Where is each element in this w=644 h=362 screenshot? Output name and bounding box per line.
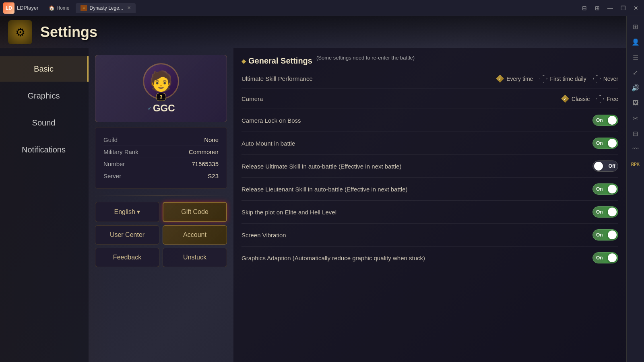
btn-english[interactable]: English ▾ — [95, 202, 159, 222]
player-panel: 🧑 3 ♂ GGC Guild None Military Rank Commo… — [89, 48, 233, 362]
guild-label: Guild — [103, 136, 118, 143]
setting-label-screen_vibration: Screen Vibration — [242, 231, 592, 239]
check-empty-first_time_daily — [539, 75, 547, 83]
toolbar-expand-btn[interactable]: ⤢ — [628, 65, 643, 80]
settings-gear-icon: ⚙ — [15, 26, 25, 39]
toolbar-person-btn[interactable]: 👤 — [628, 35, 643, 49]
sidebar-basic-label: Basic — [34, 64, 54, 73]
content-panel: Basic Graphics Sound Notifications 🧑 3 — [0, 48, 626, 362]
sidebar-item-basic[interactable]: Basic — [0, 56, 89, 82]
settings-icon: ⚙ — [8, 20, 32, 44]
title-diamond: ◆ — [242, 58, 246, 64]
option-label-classic: Classic — [572, 96, 590, 102]
setting-label-camera_lock: Camera Lock on Boss — [242, 116, 592, 125]
option-first_time_daily[interactable]: First time daily — [539, 75, 586, 83]
right-toolbar: ⊞ 👤 ☰ ⤢ 🔊 🖼 ✂ ⊟ 〰 RPK — [626, 16, 644, 362]
section-title: ◆ General Settings (Some settings need t… — [242, 55, 618, 67]
btn-feedback[interactable]: Feedback — [95, 248, 159, 267]
military-label: Military Rank — [103, 148, 138, 155]
toggle-release_ultimate[interactable]: Off — [592, 160, 618, 172]
toggle-skip_plot[interactable]: On — [592, 206, 618, 218]
option-every_time[interactable]: Every time — [496, 75, 533, 83]
gender-badge: ♂ — [147, 105, 151, 111]
toolbar-wave-btn[interactable]: 〰 — [628, 142, 643, 156]
option-free[interactable]: Free — [596, 95, 618, 103]
tab-game[interactable]: ⚔ Dynasty Lege... ✕ — [76, 3, 135, 13]
unstuck-label: Unstuck — [183, 254, 206, 261]
taskbar-btn[interactable]: ⊟ — [580, 3, 589, 13]
sort-btn[interactable]: ⊞ — [592, 3, 602, 13]
setting-label-ultimate_skill: Ultimate Skill Performance — [242, 74, 496, 83]
sidebar-notifications-label: Notifications — [22, 145, 66, 154]
app-name: LDPlayer — [17, 5, 38, 11]
toggle-camera_lock[interactable]: On — [592, 115, 618, 126]
avatar-card: 🧑 3 ♂ GGC — [95, 55, 227, 122]
toolbar-grid-btn[interactable]: ⊞ — [628, 19, 643, 34]
setting-label-release_lieutenant: Release Lieutenant Skill in auto-battle … — [242, 185, 592, 193]
check-empty-never — [593, 75, 601, 83]
toolbar-menu-btn[interactable]: ☰ — [628, 50, 643, 64]
btn-account[interactable]: Account — [163, 225, 227, 245]
option-label-never: Never — [603, 76, 618, 82]
general-settings-title: General Settings — [248, 56, 312, 66]
setting-row-graphics_adaption: Graphics Adaption (Automatically reduce … — [242, 247, 618, 269]
option-never[interactable]: Never — [593, 75, 618, 83]
tab-game-icon: ⚔ — [80, 5, 87, 11]
english-label: English ▾ — [114, 208, 140, 215]
option-label-first_time_daily: First time daily — [550, 76, 586, 82]
page-title: Settings — [40, 24, 97, 41]
btn-usercenter[interactable]: User Center — [95, 225, 159, 245]
toggle-release_lieutenant[interactable]: On — [592, 183, 618, 195]
sidebar-item-graphics[interactable]: Graphics — [0, 83, 89, 109]
minimize-btn[interactable]: — — [605, 3, 615, 13]
toggle-knob-release_ultimate — [594, 162, 603, 171]
toolbar-scissors-btn[interactable]: ✂ — [628, 111, 643, 125]
close-btn[interactable]: ✕ — [631, 3, 641, 13]
setting-label-skip_plot: Skip the plot on Elite and Hell Level — [242, 208, 592, 216]
toolbar-table-btn[interactable]: ⊟ — [628, 126, 643, 141]
restore-btn[interactable]: ❐ — [618, 3, 628, 13]
stat-military: Military Rank Commoner — [103, 146, 219, 158]
sidebar-graphics-label: Graphics — [27, 91, 60, 100]
options-camera: ClassicFree — [561, 95, 618, 103]
toggle-label-release_lieutenant: On — [596, 186, 603, 192]
toggle-screen_vibration[interactable]: On — [592, 229, 618, 241]
player-stats: Guild None Military Rank Commoner Number… — [95, 127, 227, 189]
tab-home[interactable]: 🏠 Home — [45, 4, 73, 12]
setting-row-auto_mount: Auto Mount in battleOn — [242, 132, 618, 155]
check-icon-classic — [561, 95, 569, 103]
settings-header: ⚙ Settings — [0, 16, 626, 48]
setting-row-ultimate_skill: Ultimate Skill PerformanceEvery timeFirs… — [242, 69, 618, 89]
toggle-auto_mount[interactable]: On — [592, 138, 618, 149]
number-label: Number — [103, 160, 125, 167]
option-classic[interactable]: Classic — [561, 95, 590, 103]
feedback-label: Feedback — [113, 254, 141, 261]
setting-label-auto_mount: Auto Mount in battle — [242, 139, 592, 148]
toggle-knob-camera_lock — [608, 116, 617, 125]
server-value: S23 — [208, 173, 219, 179]
action-buttons: English ▾ Gift Code User Center Account … — [95, 202, 227, 267]
toggle-knob-graphics_adaption — [608, 253, 617, 262]
check-icon-every_time — [496, 75, 504, 83]
main-area: ⚙ Settings Basic Graphics Sound Notifica… — [0, 16, 626, 362]
setting-label-release_ultimate: Release Ultimate Skill in auto-battle (E… — [242, 162, 592, 171]
account-label: Account — [183, 231, 206, 238]
stat-server: Server S23 — [103, 170, 219, 182]
title-bar: LD LDPlayer 🏠 Home ⚔ Dynasty Lege... ✕ ⊟… — [0, 0, 644, 16]
avatar-wrapper: 🧑 3 — [143, 63, 179, 99]
tab-close-btn[interactable]: ✕ — [127, 5, 131, 10]
btn-unstuck[interactable]: Unstuck — [163, 248, 227, 267]
toggle-label-auto_mount: On — [596, 140, 603, 146]
toggle-graphics_adaption[interactable]: On — [592, 252, 618, 263]
sidebar: Basic Graphics Sound Notifications — [0, 48, 89, 362]
toolbar-speaker-btn[interactable]: 🔊 — [628, 80, 643, 95]
setting-label-camera: Camera — [242, 95, 561, 103]
toolbar-picture-btn[interactable]: 🖼 — [628, 96, 643, 110]
sidebar-item-sound[interactable]: Sound — [0, 110, 89, 136]
sidebar-item-notifications[interactable]: Notifications — [0, 137, 89, 162]
tab-game-label: Dynasty Lege... — [89, 5, 123, 11]
toggle-knob-screen_vibration — [608, 230, 617, 239]
toolbar-rpk-btn[interactable]: RPK — [628, 157, 643, 171]
number-value: 71565335 — [192, 160, 219, 167]
btn-giftcode[interactable]: Gift Code — [163, 202, 227, 222]
